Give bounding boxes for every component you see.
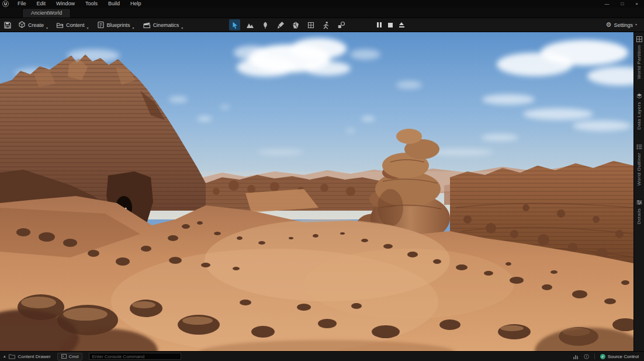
editor-modes-group (229, 19, 347, 30)
play-controls (377, 22, 404, 27)
terminal-icon (61, 354, 67, 359)
world-partition-icon (636, 36, 642, 42)
eject-icon (399, 22, 404, 25)
source-control-button[interactable]: ✓ Source Control (600, 354, 639, 359)
save-button[interactable] (4, 21, 12, 29)
unreal-logo-icon[interactable]: U (2, 1, 9, 7)
content-button[interactable]: Content ▾ (52, 18, 93, 32)
divider (594, 353, 595, 359)
notifications-icon[interactable] (584, 354, 589, 359)
animation-person-icon (322, 21, 330, 29)
window-controls: — □ × (604, 0, 644, 8)
modeling-tools-icon (337, 21, 345, 29)
main-toolbar: Create ▾ Content ▾ Blueprints ▾ Cin (0, 18, 644, 32)
menu-bar: File Edit Window Tools Build Help (12, 0, 147, 8)
output-log-icon[interactable] (573, 354, 579, 359)
desert-canyon-render (0, 32, 633, 351)
viewport-3d-scene[interactable] (0, 32, 633, 351)
dropdown-caret-icon: ▾ (87, 26, 89, 32)
foliage-leaf-icon (261, 21, 269, 29)
landscape-mountain-icon (246, 21, 254, 29)
gear-icon: ⚙ (606, 21, 612, 29)
paint-brush-icon (276, 21, 285, 29)
tab-ancientworld[interactable]: AncientWorld (22, 8, 71, 18)
mode-brush-editing-button[interactable] (305, 19, 316, 30)
blueprints-button[interactable]: Blueprints ▾ (93, 18, 139, 32)
stop-button[interactable] (388, 23, 393, 27)
midground-rocks (206, 175, 389, 212)
eject-button[interactable] (399, 22, 404, 27)
fracture-rock-icon (292, 21, 300, 29)
level-tab-row: AncientWorld (0, 8, 644, 18)
data-layers-icon (636, 93, 642, 99)
mode-modeling-button[interactable] (335, 19, 347, 30)
create-button[interactable]: Create ▾ (14, 18, 52, 32)
maximize-button[interactable]: □ (621, 0, 624, 8)
console-command-input[interactable] (89, 353, 181, 360)
menu-file[interactable]: File (12, 0, 32, 8)
tab-world-partition[interactable]: World Partition (636, 36, 642, 79)
dropdown-caret-icon: ▾ (181, 26, 183, 32)
menu-tools[interactable]: Tools (80, 0, 103, 8)
unreal-editor-window: U File Edit Window Tools Build Help — □ … (0, 0, 644, 361)
tab-world-outliner[interactable]: World Outliner (636, 144, 642, 186)
pause-button[interactable] (377, 22, 382, 27)
dropdown-caret-icon: ▾ (133, 26, 134, 32)
blueprints-icon (97, 21, 105, 29)
mode-animation-button[interactable] (320, 19, 331, 30)
mode-fracture-button[interactable] (290, 19, 301, 30)
mode-foliage-button[interactable] (259, 19, 271, 30)
menu-help[interactable]: Help (125, 0, 147, 8)
mode-landscape-button[interactable] (244, 19, 255, 30)
dropdown-caret-icon: ▾ (46, 26, 48, 32)
close-button[interactable]: × (635, 0, 638, 8)
content-drawer-button[interactable]: Content Drawer (18, 354, 51, 359)
mode-mesh-paint-button[interactable] (275, 19, 286, 30)
cmd-chip[interactable]: Cmd (57, 353, 83, 360)
right-panel-tabs: World Partition Data Layers World Outlin… (633, 32, 644, 351)
create-cube-icon (18, 21, 26, 29)
world-outliner-icon (636, 144, 642, 150)
minimize-button[interactable]: — (604, 0, 609, 8)
settings-button[interactable]: ⚙ Settings ▾ (606, 21, 644, 29)
check-icon: ✓ (600, 354, 605, 359)
tab-data-layers[interactable]: Data Layers (636, 93, 642, 130)
save-icon (4, 21, 12, 29)
menu-edit[interactable]: Edit (32, 0, 51, 8)
folder-icon (9, 354, 15, 359)
cinematics-clapper-icon (143, 21, 151, 29)
menu-build[interactable]: Build (103, 0, 125, 8)
tab-details[interactable]: Details (636, 200, 642, 224)
cinematics-button[interactable]: Cinematics ▾ (139, 18, 188, 32)
menu-window[interactable]: Window (51, 0, 80, 8)
brush-editing-cube-icon (307, 21, 315, 29)
mode-select-button[interactable] (229, 19, 240, 30)
content-drawer-icon (56, 21, 64, 29)
dropdown-caret-icon: ▾ (635, 22, 637, 29)
status-bar: ▴ Content Drawer Cmd ✓ Source Control (0, 351, 644, 361)
details-sliders-icon (636, 200, 642, 205)
chevron-up-icon[interactable]: ▴ (4, 354, 6, 359)
title-bar: U File Edit Window Tools Build Help — □ … (0, 0, 644, 8)
select-cursor-icon (231, 21, 239, 29)
